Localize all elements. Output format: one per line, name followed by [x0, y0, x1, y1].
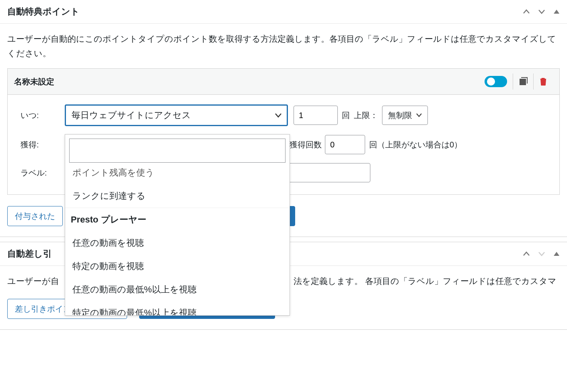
rule-actions	[479, 74, 553, 90]
move-up-icon[interactable]	[523, 9, 530, 14]
dropdown-list: ポイント残高を使う ランクに到達する Presto プレーヤー 任意の動画を視聴…	[65, 167, 290, 315]
svg-marker-0	[554, 10, 559, 14]
when-select-value: 毎日ウェブサイトにアクセス	[72, 109, 191, 121]
dropdown-item[interactable]: 特定の動画の最低%以上を視聴	[65, 301, 290, 315]
svg-marker-1	[554, 252, 559, 256]
upper-limit-label: 上限：	[354, 110, 378, 121]
panel-description: ユーザーが自動的にこのポイントタイプのポイント数を取得する方法定義します。各項目…	[0, 24, 567, 68]
rule-title: 名称未設定	[14, 76, 54, 87]
panel-controls	[523, 9, 560, 14]
panel-title: 自動特典ポイント	[7, 6, 80, 18]
toggle-action[interactable]	[479, 74, 513, 90]
add-award-button[interactable]: 付与された	[7, 206, 63, 226]
toggle-icon	[485, 76, 507, 87]
when-label: いつ:	[21, 110, 65, 121]
rule-card: 名称未設定 いつ: 毎日ウェブサイトにアクセス	[7, 68, 560, 195]
dropdown-search-input[interactable]	[69, 139, 286, 163]
chevron-down-icon	[275, 112, 282, 118]
dropdown-item[interactable]: 任意の動画の最低%以上を視聴	[65, 278, 290, 301]
dropdown-group-header: Presto プレーヤー	[65, 208, 290, 231]
trash-icon	[539, 77, 547, 86]
dropdown-item[interactable]: 任意の動画を視聴	[65, 231, 290, 255]
dropdown-item[interactable]: 特定の動画を視聴	[65, 255, 290, 278]
duplicate-action[interactable]	[513, 74, 533, 90]
dropdown-item[interactable]: ランクに到達する	[65, 184, 290, 208]
delete-action[interactable]	[533, 74, 553, 90]
earn-suffix-left: 獲得回数	[290, 139, 322, 150]
collapse-icon[interactable]	[553, 251, 560, 257]
collapse-icon[interactable]	[553, 9, 560, 14]
move-down-icon[interactable]	[538, 9, 545, 14]
row-when: いつ: 毎日ウェブサイトにアクセス 回 上限： 無制限	[21, 104, 546, 126]
earn-suffix-right: 回（上限がない場合は0）	[369, 139, 462, 150]
copy-icon	[519, 77, 528, 86]
times-input[interactable]	[294, 106, 338, 125]
panel-header: 自動特典ポイント	[0, 0, 567, 24]
earn-label: 獲得:	[21, 139, 65, 150]
upper-limit-value: 無制限	[388, 110, 412, 121]
panel-title: 自動差し引	[7, 248, 52, 260]
panel-auto-award: 自動特典ポイント ユーザーが自動的にこのポイントタイプのポイント数を取得する方法…	[0, 0, 567, 237]
earn-count-input[interactable]	[325, 135, 365, 154]
move-down-icon[interactable]	[538, 251, 545, 257]
move-up-icon[interactable]	[523, 251, 530, 257]
times-suffix: 回	[342, 110, 350, 121]
upper-limit-select[interactable]: 無制限	[382, 106, 428, 125]
when-select[interactable]: 毎日ウェブサイトにアクセス	[65, 104, 288, 126]
dropdown-item[interactable]: ポイント残高を使う	[65, 167, 290, 184]
rule-body: いつ: 毎日ウェブサイトにアクセス 回 上限： 無制限 獲得: 獲得回数	[8, 95, 559, 194]
panel-controls	[523, 251, 560, 257]
chevron-down-icon	[416, 113, 422, 118]
when-dropdown: ポイント残高を使う ランクに到達する Presto プレーヤー 任意の動画を視聴…	[65, 134, 290, 316]
label-label: ラベル:	[21, 167, 65, 178]
rule-header: 名称未設定	[8, 69, 559, 95]
